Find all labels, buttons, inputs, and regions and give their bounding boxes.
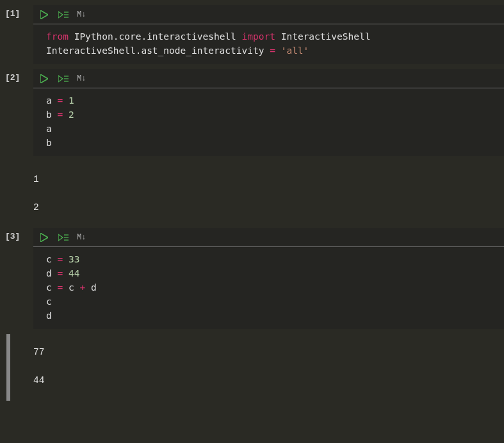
svg-marker-6	[58, 76, 63, 82]
cell-body: M↓ a = 1 b = 2 a b	[33, 69, 504, 156]
cell-toolbar: M↓	[33, 228, 504, 247]
exec-count: [2]	[0, 69, 33, 156]
output-gutter	[0, 161, 33, 228]
cell-toolbar: M↓	[33, 69, 504, 88]
output-gutter	[10, 334, 33, 401]
output-area: 77 44	[33, 334, 504, 401]
markdown-toggle-button[interactable]: M↓	[77, 233, 86, 242]
run-cell-button[interactable]	[38, 73, 50, 85]
run-by-line-button[interactable]	[58, 9, 69, 20]
svg-marker-1	[58, 12, 63, 18]
cell-output: 1 2	[0, 161, 504, 228]
play-icon	[40, 74, 48, 83]
cell-toolbar: M↓	[33, 5, 504, 24]
code-editor[interactable]: a = 1 b = 2 a b	[33, 88, 504, 156]
notebook: [1] M↓ from IPython.core.interactiveshel…	[0, 0, 504, 401]
svg-marker-0	[40, 10, 48, 19]
run-cell-button[interactable]	[38, 232, 50, 243]
code-editor[interactable]: c = 33 d = 44 c = c + d c d	[33, 247, 504, 329]
cell-body: M↓ from IPython.core.interactiveshell im…	[33, 5, 504, 64]
svg-marker-11	[58, 234, 63, 241]
svg-marker-10	[40, 233, 48, 242]
play-icon	[40, 10, 48, 19]
markdown-toggle-button[interactable]: M↓	[77, 10, 86, 19]
cell-output: 77 44	[0, 334, 504, 401]
output-line: 44	[33, 370, 504, 398]
cell-body: M↓ c = 33 d = 44 c = c + d c d	[33, 228, 504, 329]
output-line: 2	[33, 197, 504, 225]
markdown-toggle-button[interactable]: M↓	[77, 74, 86, 83]
output-line: 77	[33, 342, 504, 370]
step-icon	[58, 233, 69, 242]
svg-marker-5	[40, 74, 48, 83]
step-icon	[58, 74, 69, 83]
play-icon	[40, 233, 48, 242]
run-by-line-button[interactable]	[58, 73, 69, 85]
exec-count: [1]	[0, 5, 33, 64]
code-cell: [3] M↓ c = 33 d = 44 c = c + d c d	[0, 228, 504, 329]
code-cell: [2] M↓ a = 1 b = 2 a b	[0, 69, 504, 156]
run-cell-button[interactable]	[38, 9, 50, 20]
output-line: 1	[33, 169, 504, 197]
output-area: 1 2	[33, 161, 504, 228]
code-cell: [1] M↓ from IPython.core.interactiveshel…	[0, 5, 504, 64]
exec-count: [3]	[0, 228, 33, 329]
code-editor[interactable]: from IPython.core.interactiveshell impor…	[33, 24, 504, 64]
run-by-line-button[interactable]	[58, 232, 69, 243]
step-icon	[58, 10, 69, 19]
